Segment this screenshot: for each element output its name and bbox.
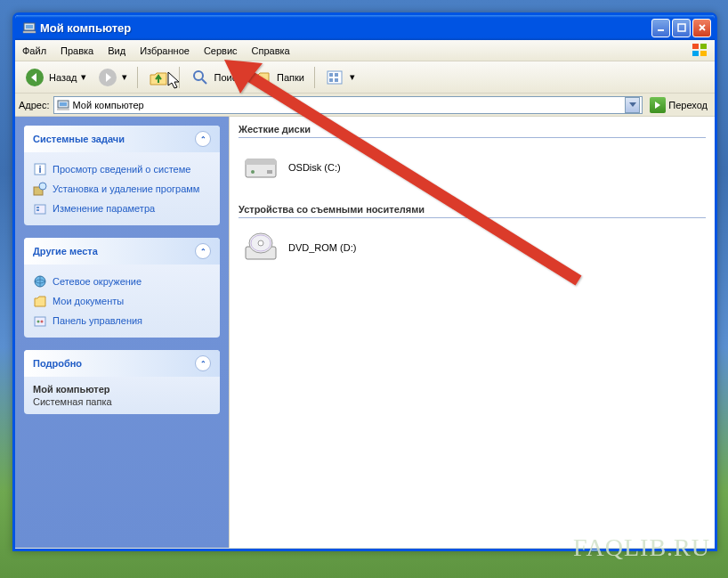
svg-point-39 (258, 240, 263, 246)
chevron-up-icon: ⌃ (195, 131, 211, 147)
back-icon (24, 67, 45, 88)
link-label: Изменение параметра (53, 203, 155, 214)
address-value: Мой компьютер (73, 100, 144, 110)
computer-icon (22, 20, 36, 35)
hdd-icon (242, 151, 279, 184)
explorer-window: Мой компьютер Файл Правка Вид Избранное … (12, 12, 717, 551)
addressbar: Адрес: Мой компьютер Переход (15, 94, 715, 117)
drive-item-d[interactable]: DVD_ROM (D:) (239, 225, 706, 270)
chevron-up-icon: ⌃ (195, 355, 211, 371)
menubar: Файл Правка Вид Избранное Сервис Справка (15, 40, 715, 61)
addremove-icon (33, 182, 47, 196)
svg-rect-6 (700, 44, 707, 49)
dvd-icon (242, 231, 279, 265)
toolbar: Назад ▾ ▾ Поиск Папки ▾ (15, 61, 715, 94)
address-label: Адрес: (19, 100, 50, 110)
maximize-button[interactable] (672, 19, 691, 37)
watermark: FAQLIB.RU (573, 533, 710, 562)
link-add-remove[interactable]: Установка и удаление программ (33, 179, 211, 199)
separator (137, 67, 138, 88)
section-hard-drives: Жесткие диски (239, 120, 706, 138)
svg-line-12 (202, 79, 206, 84)
go-button[interactable]: Переход (646, 95, 711, 115)
svg-rect-14 (329, 73, 333, 77)
info-icon: i (33, 162, 47, 176)
svg-point-30 (37, 321, 40, 323)
svg-point-31 (41, 321, 44, 323)
panel-title: Другие места (33, 246, 98, 256)
svg-rect-5 (692, 44, 699, 49)
back-button[interactable]: Назад ▾ (20, 65, 90, 90)
link-label: Сетевое окружение (53, 276, 142, 287)
details-type: Системная папка (33, 396, 211, 407)
address-field[interactable]: Мой компьютер (53, 96, 643, 114)
svg-rect-1 (26, 25, 33, 28)
svg-rect-25 (35, 205, 45, 214)
link-label: Просмотр сведений о системе (53, 164, 190, 175)
panel-title: Подробно (33, 358, 82, 369)
dropdown-icon: ▾ (122, 71, 127, 83)
menu-view[interactable]: Вид (101, 42, 133, 60)
go-icon (650, 97, 666, 113)
views-icon (325, 67, 346, 88)
svg-rect-3 (658, 29, 664, 31)
forward-icon (97, 67, 118, 88)
search-label: Поиск (214, 72, 241, 83)
panel-system-tasks: Системные задачи ⌃ i Просмотр сведений о… (24, 126, 220, 225)
item-label: OSDisk (C:) (288, 162, 341, 173)
svg-rect-20 (57, 109, 69, 110)
settings-icon (33, 201, 47, 216)
go-label: Переход (668, 100, 708, 110)
svg-rect-4 (678, 24, 685, 31)
folders-button[interactable]: Папки (248, 65, 308, 90)
panel-header[interactable]: Другие места ⌃ (24, 238, 220, 265)
folders-icon (252, 67, 273, 88)
sidebar: Системные задачи ⌃ i Просмотр сведений о… (15, 117, 229, 548)
menu-help[interactable]: Справка (245, 42, 297, 60)
search-button[interactable]: Поиск (186, 65, 245, 90)
menu-service[interactable]: Сервис (197, 42, 245, 60)
menu-edit[interactable]: Правка (53, 42, 101, 60)
svg-rect-27 (36, 209, 39, 211)
item-label: DVD_ROM (D:) (288, 242, 356, 253)
chevron-up-icon: ⌃ (195, 243, 211, 259)
link-documents[interactable]: Мои документы (33, 291, 211, 311)
panel-other-places: Другие места ⌃ Сетевое окружение Мои док… (24, 238, 220, 338)
svg-rect-15 (335, 73, 338, 77)
up-button[interactable] (144, 65, 173, 90)
minimize-button[interactable] (651, 19, 670, 37)
link-control-panel[interactable]: Панель управления (33, 311, 211, 330)
dropdown-icon: ▾ (81, 71, 86, 83)
separator (314, 67, 315, 88)
menu-file[interactable]: Файл (15, 42, 53, 60)
link-label: Панель управления (53, 315, 142, 326)
svg-rect-2 (23, 31, 36, 33)
content-pane: Жесткие диски OSDisk (C:) Устройства со … (229, 117, 715, 548)
svg-rect-29 (35, 317, 45, 326)
forward-button[interactable]: ▾ (93, 65, 131, 90)
body-area: Системные задачи ⌃ i Просмотр сведений о… (15, 117, 715, 548)
svg-rect-26 (36, 207, 39, 208)
svg-rect-17 (335, 78, 338, 82)
panel-header[interactable]: Системные задачи ⌃ (24, 126, 220, 152)
controlpanel-icon (33, 313, 47, 328)
drive-item-c[interactable]: OSDisk (C:) (239, 145, 706, 190)
link-label: Мои документы (53, 296, 124, 306)
section-removable: Устройства со съемными носителями (239, 200, 706, 218)
close-button[interactable] (692, 19, 711, 37)
link-change-setting[interactable]: Изменение параметра (33, 199, 211, 218)
svg-rect-33 (246, 159, 276, 165)
svg-rect-35 (267, 170, 272, 174)
link-network[interactable]: Сетевое окружение (33, 272, 211, 291)
address-dropdown[interactable] (625, 97, 640, 113)
views-button[interactable]: ▾ (321, 65, 359, 90)
menu-favorites[interactable]: Избранное (133, 42, 197, 60)
dropdown-icon: ▾ (350, 71, 355, 83)
titlebar[interactable]: Мой компьютер (15, 15, 715, 40)
panel-header[interactable]: Подробно ⌃ (24, 350, 220, 377)
svg-rect-7 (692, 51, 699, 56)
search-icon (190, 67, 211, 88)
link-system-info[interactable]: i Просмотр сведений о системе (33, 159, 211, 179)
documents-icon (33, 294, 47, 308)
svg-point-11 (194, 71, 203, 80)
